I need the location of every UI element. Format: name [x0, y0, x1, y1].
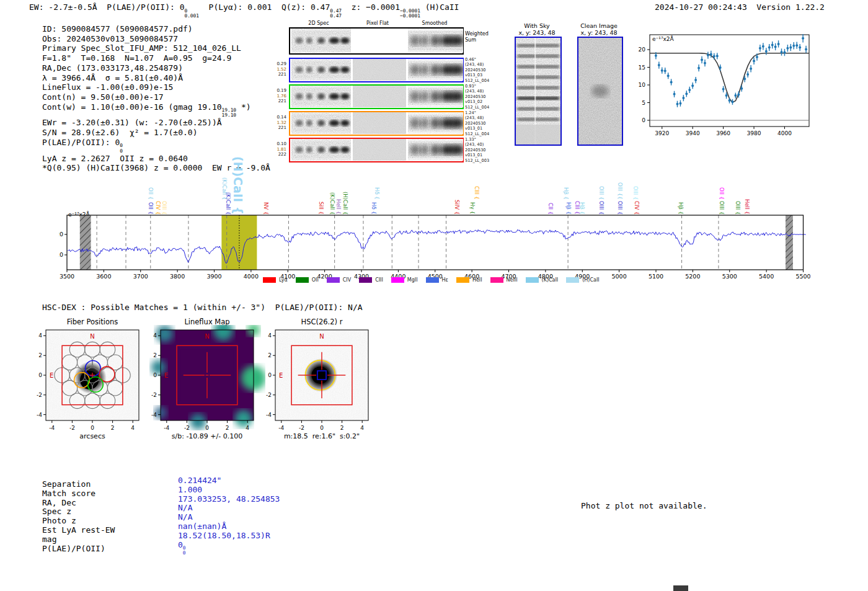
sup-sub-stack: 00.001	[184, 9, 198, 19]
match-table-value: N/A	[178, 504, 192, 513]
datetime-version: 2024-10-27 00:24:43 Version 1.22.2	[655, 2, 825, 12]
svg-text:4: 4	[246, 425, 249, 430]
legend-item: (H)CaII	[566, 277, 599, 283]
sup-sub-stack: 00	[183, 546, 186, 556]
summary-header: EW: -2.7±-0.5Å P(LAE)/P(OII): 000.001 P(…	[29, 2, 459, 19]
info-line: S/N = 28.9(±2.6) χ² = 1.7(±0.0)	[42, 128, 270, 138]
cutout-xlabel: arcsecs	[79, 432, 105, 440]
fiber-positions-panel: NE-4-4-2-2002244	[30, 325, 151, 430]
cutout-svg: NE-4-4-2-2002244	[144, 325, 265, 430]
svg-text:0: 0	[91, 425, 94, 430]
legend-label: MgII	[407, 277, 418, 283]
spectral-line-label: Hβ {	[565, 202, 572, 215]
svg-text:3960: 3960	[716, 130, 730, 136]
spectral-line-label: Hβ {	[563, 187, 569, 200]
legend-item: Lyα	[263, 277, 288, 283]
legend-swatch	[359, 277, 372, 283]
spectral-line-label: Hγ {	[469, 202, 476, 215]
match-table-label: Est LyA rest-EW	[42, 526, 115, 535]
info-line: Cont(n) = 9.50(±0.00)e-17	[42, 92, 270, 102]
svg-text:2: 2	[153, 352, 157, 358]
legend-item: HeII	[456, 277, 482, 283]
spec2d-row-annotation: 0.46"(243, 48)20240530v013_03512_LL_004	[465, 57, 505, 83]
spec2d-image	[291, 112, 351, 134]
svg-text:3600: 3600	[96, 273, 111, 279]
spectral-line-label: Hβ {	[678, 202, 684, 215]
svg-text:E: E	[50, 372, 53, 379]
legend-item: Hε	[426, 277, 448, 283]
svg-text:N: N	[319, 333, 324, 340]
svg-text:3700: 3700	[133, 273, 148, 279]
match-table-value: 18.52(18.50,18.53)R	[178, 531, 270, 541]
svg-text:4: 4	[268, 332, 272, 339]
svg-text:3940: 3940	[686, 130, 700, 136]
pixelflat-image	[353, 59, 406, 81]
smoothed-image	[408, 59, 463, 81]
spectral-line-label: OIII {	[598, 186, 604, 200]
svg-text:-2: -2	[151, 392, 157, 398]
spec2d-row-left-label: 0.101.81222	[273, 141, 286, 158]
info-line: Obs: 20240530v013_5090084577	[42, 34, 270, 44]
svg-text:N: N	[90, 333, 94, 340]
spectral-line-label: OIII {	[161, 201, 167, 215]
spectral-line-label: (H)CaII {	[231, 156, 245, 215]
svg-text:10: 10	[639, 82, 645, 88]
spectral-line-label: (K)CaII {	[225, 192, 231, 215]
spectral-line-label: OIII {	[632, 186, 639, 200]
lineflux-map-panel: NE-4-4-2-2002244	[144, 325, 265, 430]
smoothed-image	[408, 139, 463, 161]
svg-text:3980: 3980	[747, 130, 761, 136]
legend-item: MgII	[391, 277, 418, 283]
cutout-xlabel: m:18.5 re:1.6" s:0.2"	[284, 432, 360, 440]
legend-label: HeII	[472, 277, 482, 283]
match-table-label: Separation	[42, 480, 91, 489]
svg-text:3500: 3500	[60, 273, 74, 279]
line-fit-plot: 3920394039603980400005101520	[639, 27, 814, 138]
text-segment: RA,Dec (173.033173,48.254879)	[42, 63, 183, 73]
clean-image	[578, 38, 622, 144]
sup-sub-stack: 19.1019.10	[222, 108, 236, 118]
text-segment: Primary Spec_Slot_IFU_AMP: 512_104_026_L…	[42, 43, 241, 53]
svg-text:4: 4	[153, 332, 157, 339]
svg-text:-4: -4	[266, 412, 272, 418]
legend-label: (K)CaII	[542, 277, 559, 283]
spectral-line-label: CIII {	[474, 186, 480, 200]
detection-info-block: ID: 5090084577 (5090084577.pdf)Obs: 2024…	[42, 24, 270, 173]
info-line: RA,Dec (173.033173,48.254879)	[42, 63, 270, 73]
match-table-label: RA, Dec	[42, 499, 76, 508]
text-segment: F=1.8" T=0.168 N=1.07 A=0.95 g=24.9	[42, 53, 231, 63]
spectral-line-label: SiII {	[318, 202, 324, 215]
text-segment: 0	[178, 540, 183, 549]
full-spectrum-svg: 3500360037003800390040004100420043004400…	[59, 211, 810, 279]
svg-text:5000: 5000	[612, 273, 627, 279]
svg-text:E: E	[279, 372, 283, 379]
legend-label: OII	[312, 277, 319, 283]
sup-sub-stack: 0.470.47	[330, 9, 342, 19]
pixelflat-image	[353, 29, 406, 53]
svg-text:5500: 5500	[795, 273, 810, 279]
legend-item: CIV	[327, 277, 351, 283]
svg-text:5400: 5400	[759, 273, 774, 279]
svg-text:20: 20	[59, 231, 63, 238]
spec2d-image	[291, 86, 351, 107]
sup-sub-stack: 00	[120, 143, 123, 153]
legend-swatch	[391, 277, 404, 283]
text-segment: Cont(n) = 9.50(±0.00)e-17	[42, 92, 164, 102]
text-segment: S/N = 28.9(±2.6) χ² = 1.7(±0.0)	[42, 128, 197, 137]
legend-label: CIV	[343, 277, 351, 283]
text-segment: P(Lyα): 0.001 Q(z): 0.47	[199, 2, 330, 12]
spec2d-col-header: Pixel Flat	[366, 20, 389, 26]
text-segment: P(LAE)/P(OII): 0	[42, 138, 120, 147]
cutout-xlabel: s/b: -10.89 +/- 0.100	[172, 432, 242, 440]
spectral-line-label: NV {	[263, 202, 269, 215]
spec2d-image	[291, 59, 351, 81]
svg-text:-2: -2	[69, 425, 75, 430]
cutout-svg: NE-4-4-2-2002244	[259, 325, 380, 430]
legend-swatch	[327, 277, 340, 283]
spectral-line-label: CIV {	[634, 201, 640, 215]
spectral-line-label: OIII {	[719, 201, 725, 215]
with-sky-image	[516, 38, 560, 144]
spectral-line-label: OIII {	[617, 201, 623, 215]
spectral-line-label: OIII {	[735, 201, 741, 215]
match-table-value: 000	[178, 541, 186, 556]
